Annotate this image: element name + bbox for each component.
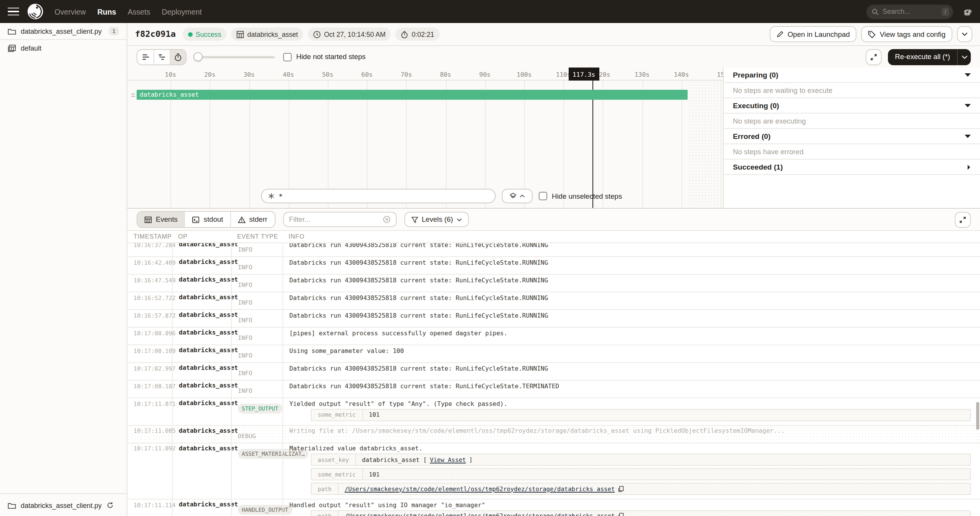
event-type-text: INFO	[238, 263, 252, 271]
nav-item-deployment[interactable]: Deployment	[162, 7, 202, 16]
log-op: databricks_asset	[172, 310, 231, 327]
copy-icon[interactable]	[618, 513, 624, 516]
metadata-entry: asset_keydatabricks_asset [View Asset]	[311, 453, 971, 466]
path-link[interactable]: /Users/smackesey/stm/code/elementl/oss/t…	[345, 485, 615, 492]
job-grid-icon	[236, 30, 244, 38]
selector-options-button[interactable]	[502, 189, 533, 203]
run-more-actions-button[interactable]	[957, 26, 972, 42]
log-info: Handled output "result" using IO manager…	[282, 500, 980, 516]
reexecute-all-button[interactable]: Re-execute all (*)	[888, 49, 971, 65]
gantt-fullscreen-button[interactable]	[866, 49, 882, 65]
open-in-launchpad-button[interactable]: Open in Launchpad	[770, 26, 856, 42]
hide-unselected-label: Hide unselected steps	[552, 192, 622, 200]
log-scrollbar-thumb[interactable]	[976, 402, 979, 430]
status-section-preparing[interactable]: Preparing (0)	[724, 68, 980, 83]
log-tab-stderr[interactable]: stderr	[230, 212, 275, 227]
status-section-executing[interactable]: Executing (0)	[724, 98, 980, 114]
log-row[interactable]: 10:17:11.092databricks_assetASSET_MATERI…	[127, 443, 980, 500]
expand-icon	[870, 53, 877, 60]
clear-filter-icon[interactable]	[383, 216, 390, 223]
log-op: databricks_asset	[172, 345, 231, 362]
log-row[interactable]: 10:17:08.187databricks_assetINFODatabric…	[127, 381, 980, 398]
log-row[interactable]: 10:16:37.284databricks_assetINFODatabric…	[127, 243, 980, 257]
nav-item-runs[interactable]: Runs	[97, 7, 116, 16]
metadata-key: path	[312, 483, 338, 494]
log-row[interactable]: 10:17:11.114databricks_assetHANDLED_OUTP…	[127, 500, 980, 516]
log-row[interactable]: 10:17:02.997databricks_assetINFODatabric…	[127, 363, 980, 381]
status-section-succeeded[interactable]: Succeeded (1)	[724, 160, 980, 175]
log-column-header: INFO	[282, 231, 980, 242]
metadata-entry: path/Users/smackesey/stm/code/elementl/o…	[311, 510, 971, 516]
event-type-text: INFO	[238, 387, 252, 394]
zoom-slider-knob[interactable]	[193, 52, 203, 61]
start-time-tag: Oct 27, 10:14:50 AM	[308, 28, 391, 41]
gantt-bar-handle[interactable]	[131, 90, 135, 100]
clock-icon	[313, 30, 321, 38]
view-asset-link[interactable]: View Asset	[430, 456, 466, 463]
nav-item-assets[interactable]: Assets	[128, 7, 150, 16]
log-timestamp: 10:16:42.409	[127, 257, 172, 274]
log-table-header: TIMESTAMPOPEVENT TYPEINFO	[127, 231, 980, 243]
metadata-value: /Users/smackesey/stm/code/elementl/oss/t…	[338, 483, 970, 494]
log-row[interactable]: 10:16:57.872databricks_assetINFODatabric…	[127, 310, 980, 328]
log-info: Databricks run 43009438525818 current st…	[282, 381, 980, 397]
metadata-value-text: 101	[369, 411, 379, 418]
log-tab-stdout[interactable]: stdout	[185, 212, 230, 227]
menu-icon[interactable]	[8, 7, 19, 16]
log-tab-label: Events	[156, 216, 178, 223]
copy-icon[interactable]	[618, 485, 624, 492]
settings-gear-icon[interactable]	[962, 7, 972, 16]
log-op: databricks_asset	[172, 243, 231, 256]
axis-tick: 140s	[674, 71, 689, 78]
log-timestamp: 10:17:00.109	[127, 345, 172, 362]
log-row[interactable]: 10:16:47.549databricks_assetINFODatabric…	[127, 275, 980, 292]
sidebar-footer: databricks_asset_client.py	[0, 493, 127, 516]
sidebar-item-databricks_asset_client-py[interactable]: databricks_asset_client.py1	[0, 23, 127, 40]
job-tag[interactable]: databricks_asset	[231, 28, 303, 41]
sidebar-item-default[interactable]: default	[0, 40, 127, 57]
log-row[interactable]: 10:17:11.085databricks_assetDEBUGWriting…	[127, 425, 980, 443]
axis-tick: 20s	[204, 71, 216, 78]
log-row[interactable]: 10:17:11.071databricks_assetSTEP_OUTPUTY…	[127, 398, 980, 425]
levels-dropdown[interactable]: Levels (6)	[404, 212, 469, 227]
event-type-text: INFO	[238, 334, 252, 341]
nav-item-overview[interactable]: Overview	[54, 7, 86, 16]
stopwatch-icon	[174, 53, 182, 61]
log-row[interactable]: 10:16:42.409databricks_assetINFODatabric…	[127, 257, 980, 275]
status-section-errored[interactable]: Errored (0)	[724, 129, 980, 144]
gantt-step-bar[interactable]: databricks_asset	[137, 90, 688, 100]
log-info-text: [pipes] external process successfully op…	[289, 330, 507, 336]
hide-not-started-checkbox[interactable]	[283, 53, 292, 61]
success-dot-icon	[188, 32, 193, 36]
step-selector-input[interactable]: *	[261, 189, 496, 203]
log-event-type: INFO	[231, 257, 282, 274]
hide-not-started-label: Hide not started steps	[296, 53, 366, 61]
expand-icon	[959, 216, 966, 223]
waterfall-view-button[interactable]	[153, 49, 170, 64]
flat-view-button[interactable]	[137, 49, 153, 64]
log-event-type: INFO	[231, 381, 282, 397]
path-link[interactable]: /Users/smackesey/stm/code/elementl/oss/t…	[345, 513, 615, 516]
log-info: Writing file at: /Users/smackesey/stm/co…	[282, 425, 980, 442]
search-input[interactable]: Search... /	[866, 4, 953, 19]
hide-unselected-checkbox[interactable]	[539, 192, 547, 200]
log-tab-events[interactable]: Events	[137, 212, 185, 227]
log-row[interactable]: 10:17:00.096databricks_assetINFO[pipes] …	[127, 328, 980, 345]
zoom-slider[interactable]	[195, 56, 275, 58]
view-tags-config-button[interactable]: View tags and config	[861, 26, 952, 42]
tag-icon	[868, 30, 876, 38]
table-icon	[144, 216, 152, 223]
log-row[interactable]: 10:16:52.722databricks_assetINFODatabric…	[127, 292, 980, 310]
refresh-icon[interactable]	[106, 502, 113, 509]
log-tab-label: stdout	[204, 216, 223, 223]
log-timestamp: 10:16:52.722	[127, 292, 172, 309]
log-row[interactable]: 10:17:00.109databricks_assetINFOUsing so…	[127, 345, 980, 363]
log-filter-input[interactable]: Filter...	[283, 212, 396, 227]
log-timestamp: 10:17:11.085	[127, 425, 172, 442]
chevron-down-icon	[965, 134, 971, 138]
timed-view-button[interactable]	[170, 49, 186, 64]
folder-icon	[8, 501, 16, 509]
log-timestamp: 10:17:11.071	[127, 398, 172, 425]
reexecute-options-button[interactable]	[958, 49, 971, 65]
logs-fullscreen-button[interactable]	[955, 211, 971, 228]
